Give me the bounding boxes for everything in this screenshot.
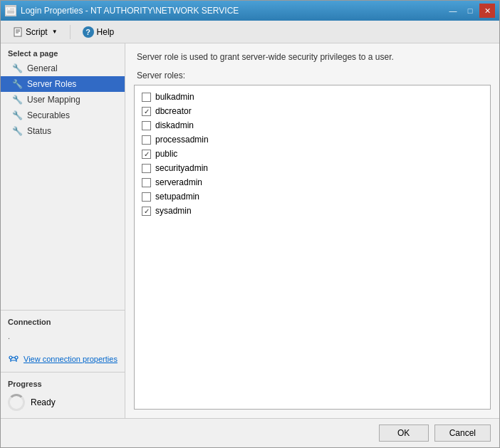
nav-item-general[interactable]: 🔧 General (1, 61, 125, 76)
role-checkbox-sysadmin[interactable] (142, 207, 151, 216)
ready-status: Ready (31, 397, 56, 407)
minimize-button[interactable]: — (445, 4, 461, 18)
title-bar: Login Properties - NT AUTHORITY\NETWORK … (1, 1, 499, 21)
view-connection-label: View connection properties (24, 355, 118, 363)
role-item: sysadmin (139, 204, 486, 218)
svg-rect-0 (6, 8, 15, 14)
role-item: public (139, 147, 486, 161)
role-checkbox-securityadmin[interactable] (142, 164, 151, 173)
script-icon (13, 27, 23, 37)
progress-label: Progress (1, 377, 125, 391)
script-button[interactable]: Script ▼ (6, 24, 64, 40)
window-title: Login Properties - NT AUTHORITY\NETWORK … (21, 6, 239, 16)
role-checkbox-setupadmin[interactable] (142, 192, 151, 202)
main-panel: Server role is used to grant server-wide… (125, 43, 499, 418)
main-window: Login Properties - NT AUTHORITY\NETWORK … (0, 0, 500, 448)
role-name-serveradmin: serveradmin (155, 177, 202, 187)
role-item: serveradmin (139, 175, 486, 189)
sidebar-spacer (1, 139, 125, 310)
status-icon: 🔧 (12, 126, 23, 136)
help-icon: ? (83, 26, 94, 38)
role-name-bulkadmin: bulkadmin (155, 92, 194, 102)
role-checkbox-processadmin[interactable] (142, 135, 151, 145)
nav-item-server-roles[interactable]: 🔧 Server Roles (1, 76, 125, 92)
role-checkbox-serveradmin[interactable] (142, 178, 151, 187)
description-text: Server role is used to grant server-wide… (134, 52, 491, 62)
role-item: diskadmin (139, 118, 486, 132)
general-icon: 🔧 (12, 63, 23, 73)
role-checkbox-bulkadmin[interactable] (142, 93, 151, 102)
roles-box: bulkadmindbcreatordiskadminprocessadminp… (134, 85, 491, 410)
svg-rect-2 (8, 9, 10, 10)
title-bar-left: Login Properties - NT AUTHORITY\NETWORK … (5, 5, 239, 16)
svg-point-8 (15, 356, 18, 359)
role-item: processadmin (139, 132, 486, 147)
role-name-dbcreator: dbcreator (155, 106, 192, 116)
connection-label: Connection (1, 315, 125, 329)
select-page-title: Select a page (1, 43, 125, 61)
restore-button[interactable]: □ (462, 4, 478, 18)
toolbar-separator (70, 25, 71, 39)
nav-item-securables[interactable]: 🔧 Securables (1, 108, 125, 123)
content-area: Select a page 🔧 General 🔧 Server Roles 🔧… (1, 43, 499, 418)
connection-info: . (1, 329, 125, 350)
cancel-button[interactable]: Cancel (434, 424, 491, 442)
progress-spinner (8, 394, 25, 411)
nav-item-status[interactable]: 🔧 Status (1, 123, 125, 139)
role-name-diskadmin: diskadmin (155, 120, 194, 130)
role-name-setupadmin: setupadmin (155, 192, 199, 202)
roles-label: Server roles: (134, 71, 491, 80)
securables-icon: 🔧 (12, 110, 23, 120)
connection-section: Connection . View connection properties (1, 310, 125, 372)
role-name-securityadmin: securityadmin (155, 163, 208, 173)
nav-item-user-mapping[interactable]: 🔧 User Mapping (1, 92, 125, 108)
script-chevron: ▼ (52, 28, 58, 35)
toolbar: Script ▼ ? Help (1, 21, 499, 43)
progress-section: Progress Ready (1, 372, 125, 418)
footer: OK Cancel (1, 418, 499, 447)
connection-icon (8, 355, 19, 363)
sidebar: Select a page 🔧 General 🔧 Server Roles 🔧… (1, 43, 125, 418)
ok-button[interactable]: OK (379, 424, 429, 442)
role-name-public: public (155, 149, 177, 159)
role-name-sysadmin: sysadmin (155, 206, 192, 216)
progress-content: Ready (1, 391, 125, 414)
role-item: setupadmin (139, 189, 486, 204)
help-button[interactable]: ? Help (76, 24, 121, 41)
close-button[interactable]: ✕ (479, 4, 495, 18)
script-label: Script (26, 27, 48, 37)
role-checkbox-diskadmin[interactable] (142, 121, 151, 130)
svg-rect-3 (14, 28, 21, 36)
view-connection-link[interactable]: View connection properties (1, 350, 125, 368)
role-item: bulkadmin (139, 90, 486, 104)
user-mapping-icon: 🔧 (12, 95, 23, 105)
role-name-processadmin: processadmin (155, 135, 209, 145)
help-label: Help (97, 27, 115, 37)
role-item: securityadmin (139, 161, 486, 175)
server-roles-icon: 🔧 (12, 79, 23, 89)
role-checkbox-dbcreator[interactable] (142, 107, 151, 116)
role-checkbox-public[interactable] (142, 150, 151, 159)
role-item: dbcreator (139, 104, 486, 118)
svg-point-7 (9, 356, 12, 359)
window-icon (5, 5, 16, 16)
title-buttons: — □ ✕ (445, 4, 495, 18)
